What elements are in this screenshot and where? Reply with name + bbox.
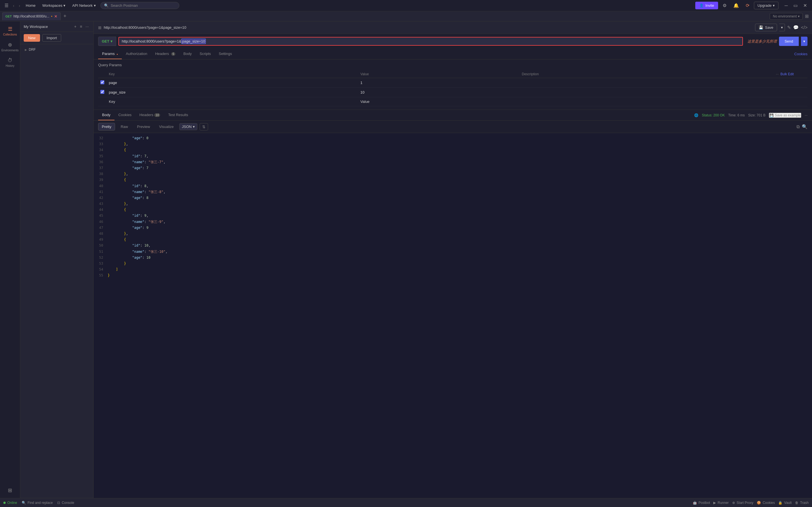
invite-button[interactable]: 👤 Invite — [695, 2, 718, 9]
empty-key-cell[interactable]: Key — [107, 97, 358, 106]
postbot-button[interactable]: 🤖 Postbot — [693, 501, 710, 505]
url-input[interactable]: http://localhost:8000/users?page=1&page_… — [118, 37, 743, 46]
copy-response-button[interactable]: ⧉ — [797, 124, 800, 129]
find-replace-button[interactable]: 🔍 Find and replace — [22, 501, 53, 505]
col-description: Description — [520, 70, 774, 78]
environment-selector[interactable]: No environment ▾ — [770, 13, 803, 20]
home-nav[interactable]: Home — [23, 2, 38, 9]
add-collection-button[interactable]: + — [73, 24, 77, 29]
row1-key[interactable]: page — [107, 78, 358, 88]
row1-value[interactable]: 1 — [358, 78, 519, 88]
format-tab-raw[interactable]: Raw — [117, 123, 131, 130]
sidebar-item-mock[interactable]: ⊞ — [1, 485, 19, 496]
settings-button[interactable]: ⚙ — [720, 2, 729, 9]
json-format-select[interactable]: JSON ▾ — [179, 123, 197, 130]
tree-item-drf[interactable]: ▶ DRF — [22, 47, 91, 53]
runner-button[interactable]: ▶ Runner — [713, 501, 728, 505]
save-icon: 💾 — [759, 25, 763, 30]
workspaces-nav[interactable]: Workspaces ▾ — [40, 2, 68, 9]
row1-checkbox[interactable] — [100, 80, 104, 84]
sidebar-item-collections[interactable]: ☰ Collections — [1, 24, 19, 38]
line-content: "id": 8, — [108, 183, 812, 189]
empty-value-cell[interactable]: Value — [358, 97, 519, 106]
minimize-button[interactable]: ─ — [783, 2, 790, 9]
tab-headers[interactable]: Headers 6 — [151, 49, 179, 59]
close-button[interactable]: ✕ — [802, 2, 809, 9]
online-status[interactable]: Online — [3, 501, 17, 505]
bulk-edit-button[interactable]: Bulk Edit — [780, 72, 794, 76]
tab-url: http://localhost:8000/u... — [13, 14, 49, 18]
request-tabs: Params ● Authorization Headers 6 Body Sc… — [94, 49, 812, 59]
resp-tab-body[interactable]: Body — [98, 110, 114, 120]
panel-more-button[interactable]: ··· — [84, 24, 90, 29]
search-response-button[interactable]: 🔍 — [802, 124, 808, 129]
save-example-button[interactable]: 💾 Save as example — [769, 113, 801, 118]
vault-button[interactable]: 🔒 Vault — [778, 501, 792, 505]
cookies-link[interactable]: Cookies — [794, 52, 808, 56]
resp-tab-cookies[interactable]: Cookies — [114, 110, 136, 120]
row2-key[interactable]: page_size — [107, 88, 358, 97]
json-value: 0 — [146, 136, 148, 140]
tab-scripts[interactable]: Scripts — [196, 49, 215, 59]
sidebar-item-history[interactable]: ⏱ History — [1, 55, 19, 70]
json-line: 47 "age": 9 — [94, 225, 812, 231]
trash-button[interactable]: 🗑 Trash — [795, 501, 809, 505]
tab-authorization[interactable]: Authorization — [122, 49, 151, 59]
upgrade-button[interactable]: Upgrade ▾ — [754, 2, 778, 9]
menu-button[interactable]: ☰ — [3, 2, 10, 9]
format-tab-pretty[interactable]: Pretty — [98, 123, 115, 130]
row1-action — [774, 78, 808, 88]
layout-button[interactable]: ⊞ — [804, 12, 810, 20]
send-button[interactable]: Send — [779, 37, 799, 46]
filter-button[interactable]: ≡ — [79, 24, 83, 29]
json-key: "name" — [132, 250, 144, 253]
resp-tab-test-results[interactable]: Test Results — [164, 110, 192, 120]
tab-body[interactable]: Body — [179, 49, 196, 59]
save-dropdown-button[interactable]: ▾ — [779, 24, 785, 31]
console-button[interactable]: ⊡ Console — [57, 501, 74, 505]
code-button[interactable]: </> — [801, 25, 808, 30]
json-line: 52 "age": 10 — [94, 255, 812, 261]
comment-button[interactable]: 💬 — [793, 25, 799, 30]
line-content: } — [108, 273, 812, 278]
api-network-nav[interactable]: API Network ▾ — [70, 2, 98, 9]
url-placeholder: 这里是多少无所谓 — [747, 39, 777, 44]
save-button[interactable]: 💾 Save — [755, 24, 777, 31]
format-tab-visualize[interactable]: Visualize — [156, 123, 177, 130]
back-button[interactable]: ‹ — [12, 2, 15, 9]
new-tab-button[interactable]: + — [62, 13, 68, 20]
sidebar-item-environments[interactable]: ⊕ Environments — [1, 40, 19, 54]
empty-desc-cell[interactable] — [520, 97, 774, 106]
resp-tab-headers[interactable]: Headers 10 — [136, 110, 164, 120]
notifications-button[interactable]: 🔔 — [731, 2, 741, 9]
forward-button[interactable]: › — [18, 2, 21, 9]
line-number: 49 — [94, 237, 108, 242]
active-tab[interactable]: GET http://localhost:8000/u... ● ✕ — [2, 12, 61, 20]
sync-button[interactable]: ⟳ — [744, 2, 752, 9]
tab-close-icon[interactable]: ✕ — [54, 14, 57, 18]
send-dropdown-button[interactable]: ▾ — [801, 37, 808, 46]
row2-value[interactable]: 10 — [358, 88, 519, 97]
json-line: 49 { — [94, 237, 812, 243]
edit-button[interactable]: ✎ — [787, 25, 791, 30]
line-number: 46 — [94, 219, 108, 225]
new-button[interactable]: New — [24, 34, 40, 42]
method-select[interactable]: GET ▾ — [98, 37, 116, 46]
search-bar[interactable]: 🔍 Search Postman — [100, 2, 179, 9]
panel-buttons: New Import — [20, 32, 93, 44]
cookies-bottom-button[interactable]: 🍪 Cookies — [757, 501, 775, 505]
row2-checkbox[interactable] — [100, 90, 104, 94]
sidebar: ☰ Collections ⊕ Environments ⏱ History ⊞ — [0, 21, 20, 498]
start-proxy-button[interactable]: ⊕ Start Proxy — [732, 501, 753, 505]
tab-params[interactable]: Params ● — [98, 49, 122, 59]
row2-description[interactable] — [520, 88, 774, 97]
format-tab-preview[interactable]: Preview — [133, 123, 153, 130]
restore-button[interactable]: ▭ — [792, 2, 799, 9]
import-button[interactable]: Import — [42, 34, 61, 42]
json-body[interactable]: 32 "age": 0 33 }, 34 { — [94, 133, 812, 498]
row1-description[interactable] — [520, 78, 774, 88]
line-content: "age": 7 — [108, 165, 812, 171]
tab-settings[interactable]: Settings — [215, 49, 236, 59]
filter-response-button[interactable]: ⇅ — [200, 123, 208, 130]
response-more-button[interactable]: ··· — [805, 113, 808, 117]
